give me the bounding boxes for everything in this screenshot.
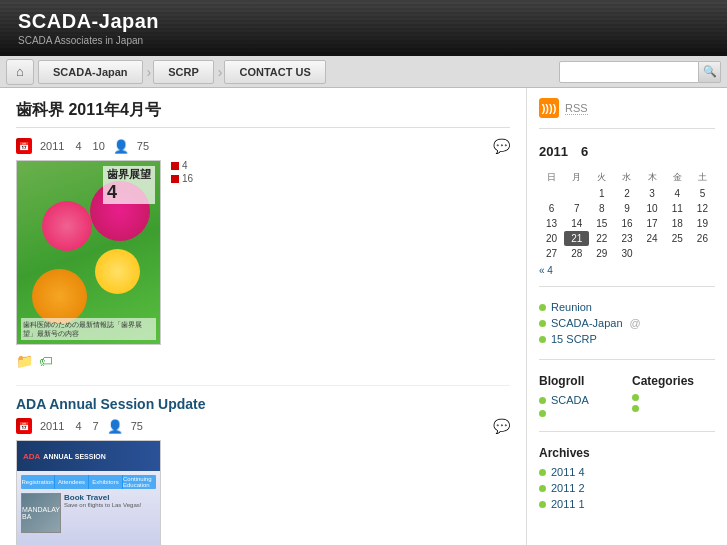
left-column: 歯科界 2011年4月号 📅 2011 4 10 👤 75 💬 [0,88,527,545]
cal-day[interactable]: 29 [589,246,614,261]
ada-nav-registration: Registration [21,475,54,489]
search-container: 🔍 [559,61,721,83]
user-icon: 👤 [113,139,129,154]
blogroll-categories-section: Blogroll SCADA Categories [539,374,715,432]
cal-week-4: 27282930 [539,246,715,261]
post-2-date: 2011 4 7 [40,419,99,434]
cal-day[interactable]: 5 [690,186,715,201]
home-button[interactable]: ⌂ [6,59,34,85]
cal-day[interactable]: 30 [614,246,639,261]
cal-day[interactable]: 8 [589,201,614,216]
cal-day[interactable]: 4 [665,186,690,201]
cal-day[interactable]: 18 [665,216,690,231]
post-2-meta: 📅 2011 4 7 👤 75 💬 [16,418,510,434]
dot-scada [539,320,546,327]
archive-item-2011-1: 2011 1 [539,498,715,510]
calendar-icon-2: 📅 [16,418,32,434]
cal-day[interactable]: 15 [589,216,614,231]
cal-day[interactable]: 9 [614,201,639,216]
cal-day[interactable]: 21 [564,231,589,246]
dot-cat-1 [632,394,639,401]
cal-day[interactable]: 12 [690,201,715,216]
cal-day[interactable]: 19 [690,216,715,231]
tag-icon[interactable]: 🏷 [39,353,53,369]
link-scrp[interactable]: 15 SCRP [551,333,597,345]
link-scada-japan[interactable]: SCADA-Japan [551,317,623,329]
search-button[interactable]: 🔍 [699,61,721,83]
link-archive-2011-4[interactable]: 2011 4 [551,466,585,478]
dot-cat-2 [632,405,639,412]
calendar-prev[interactable]: « 4 [539,265,553,276]
page-title: 歯科界 2011年4月号 [16,100,510,128]
link-archive-2011-1[interactable]: 2011 1 [551,498,585,510]
cal-th-thu: 木 [640,169,665,186]
cal-week-3: 20212223242526 [539,231,715,246]
cal-day[interactable]: 2 [614,186,639,201]
cal-day[interactable]: 22 [589,231,614,246]
post-1-meta: 📅 2011 4 10 👤 75 💬 [16,138,510,154]
cal-day[interactable]: 13 [539,216,564,231]
recent-item-scada: SCADA-Japan @ [539,317,715,329]
cal-day[interactable]: 28 [564,246,589,261]
cal-day[interactable]: 27 [539,246,564,261]
page-wrapper: SCADA-Japan SCADA Associates in Japan ⌂ … [0,0,727,545]
dot-archive-3 [539,501,546,508]
ada-body: Registration Attendees Exhibitors Contin… [17,471,160,545]
cal-day[interactable]: 23 [614,231,639,246]
dot-reunion [539,304,546,311]
link-reunion[interactable]: Reunion [551,301,592,313]
cal-day[interactable]: 24 [640,231,665,246]
cal-day [640,246,665,261]
ada-nav-bar: Registration Attendees Exhibitors Contin… [21,475,156,489]
cal-week-0: 12345 [539,186,715,201]
nav-item-contact-us[interactable]: CONTACT US [224,60,325,84]
thumbnail-number: 4 [107,182,151,203]
post-2: ADA Annual Session Update 📅 2011 4 7 👤 7… [16,396,510,545]
post-2-author: 75 [131,420,143,432]
thumbnail-title: 歯界展望 [107,167,151,182]
cal-day[interactable]: 6 [539,201,564,216]
archive-item-2011-4: 2011 4 [539,466,715,478]
cal-day[interactable]: 10 [640,201,665,216]
calendar-body: 1234567891011121314151617181920212223242… [539,186,715,261]
category-item-1 [632,394,715,401]
folder-icon[interactable]: 📁 [16,353,33,369]
cal-day[interactable]: 7 [564,201,589,216]
cal-day[interactable]: 1 [589,186,614,201]
count-dot-2 [171,175,179,183]
cal-day[interactable]: 3 [640,186,665,201]
category-item-2 [632,405,715,412]
cal-day[interactable]: 20 [539,231,564,246]
dot-blogroll-2 [539,410,546,417]
cal-day [690,246,715,261]
calendar-header-row: 日 月 火 水 木 金 土 [539,169,715,186]
cal-th-sat: 土 [690,169,715,186]
nav-item-scada-japan[interactable]: SCADA-Japan [38,60,143,84]
dot-archive-1 [539,469,546,476]
calendar-section: 2011 6 日 月 火 水 木 金 土 123 [539,143,715,287]
main-content: 歯科界 2011年4月号 📅 2011 4 10 👤 75 💬 [0,88,727,545]
cal-day[interactable]: 17 [640,216,665,231]
link-blogroll-scada[interactable]: SCADA [551,394,589,406]
cal-week-1: 6789101112 [539,201,715,216]
post-2-title[interactable]: ADA Annual Session Update [16,396,510,412]
cal-day[interactable]: 25 [665,231,690,246]
ada-nav-continuing: Continuing Education [123,475,156,489]
ada-header: ADA ANNUAL SESSION [17,441,160,471]
dot-archive-2 [539,485,546,492]
cal-day[interactable]: 11 [665,201,690,216]
link-archive-2011-2[interactable]: 2011 2 [551,482,585,494]
cal-day[interactable]: 16 [614,216,639,231]
recent-item-reunion: Reunion [539,301,715,313]
rss-icon[interactable]: )))) [539,98,559,118]
rss-label[interactable]: RSS [565,102,588,115]
ada-nav-exhibitors: Exhibitors [89,475,122,489]
thumbnail-label: 歯界展望 4 [103,166,155,204]
cal-day[interactable]: 26 [690,231,715,246]
post-1: 📅 2011 4 10 👤 75 💬 [16,138,510,369]
nav-item-scrp[interactable]: SCRP [153,60,214,84]
search-input[interactable] [559,61,699,83]
cal-day[interactable]: 14 [564,216,589,231]
categories-half: Categories [632,374,715,421]
ada-book-title: Book Travel [64,493,156,502]
